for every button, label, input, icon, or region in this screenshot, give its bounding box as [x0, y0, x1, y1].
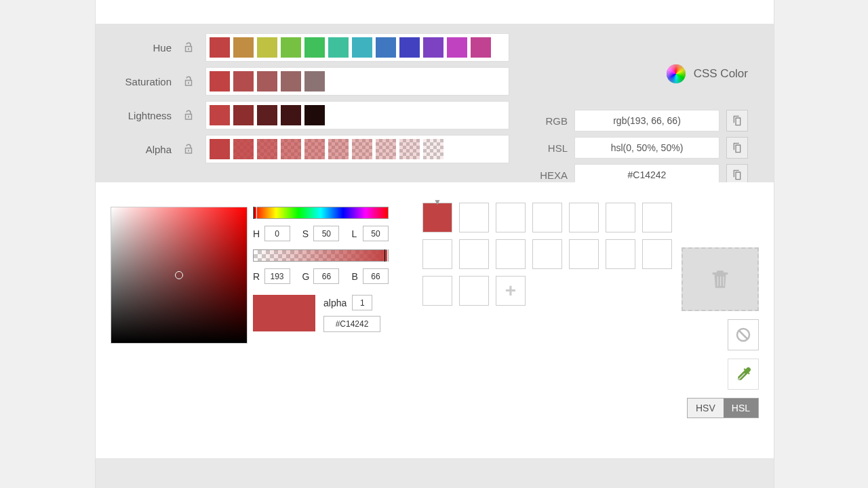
svg-rect-1: [188, 82, 189, 84]
alpha-input[interactable]: [352, 295, 372, 310]
s-input[interactable]: [313, 226, 339, 241]
color-swatch[interactable]: [233, 105, 254, 125]
copy-rgb-button[interactable]: [726, 110, 748, 131]
color-swatch[interactable]: [210, 139, 230, 159]
mode-hsv-button[interactable]: HSV: [688, 399, 724, 418]
r-input[interactable]: [264, 268, 290, 284]
color-swatch[interactable]: [423, 139, 443, 159]
saturation-label: Saturation: [96, 76, 172, 87]
palette-cell[interactable]: [532, 203, 562, 232]
s-label: S: [302, 228, 310, 239]
r-label: R: [253, 271, 260, 282]
svg-line-5: [739, 331, 748, 340]
color-swatch[interactable]: [399, 37, 420, 58]
copy-icon: [732, 115, 743, 126]
palette-cell[interactable]: [496, 203, 526, 232]
color-swatch[interactable]: [304, 139, 325, 159]
saturation-lightness-pane[interactable]: [111, 207, 248, 344]
copy-icon: [732, 142, 743, 153]
color-swatch[interactable]: [376, 37, 396, 58]
rgb-value[interactable]: rgb(193, 66, 66): [574, 110, 719, 131]
color-swatch[interactable]: [233, 139, 254, 159]
color-swatch[interactable]: [257, 139, 277, 159]
palette-cell[interactable]: [459, 276, 489, 306]
palette-cell[interactable]: [569, 239, 599, 269]
hue-slider[interactable]: [253, 207, 389, 219]
h-label: H: [253, 228, 260, 239]
palette-cell[interactable]: [642, 239, 672, 269]
lightness-lock[interactable]: [172, 108, 205, 123]
color-swatch[interactable]: [281, 105, 301, 125]
palette-cell[interactable]: [642, 203, 672, 232]
hexa-label: HEXA: [530, 169, 568, 181]
palette-cell[interactable]: [496, 239, 526, 269]
color-swatch[interactable]: [281, 139, 301, 159]
g-input[interactable]: [313, 268, 339, 284]
svg-rect-2: [188, 116, 189, 118]
hue-swatches: [205, 33, 509, 62]
color-swatch[interactable]: [257, 71, 277, 92]
alpha-lock[interactable]: [172, 142, 205, 157]
color-swatch[interactable]: [352, 37, 372, 58]
hsl-label: HSL: [530, 142, 568, 154]
color-swatch[interactable]: [471, 37, 491, 58]
alpha-slider[interactable]: [253, 249, 389, 262]
palette-cell[interactable]: [459, 239, 489, 269]
color-swatch[interactable]: [423, 37, 443, 58]
color-swatch[interactable]: [399, 139, 420, 159]
h-input[interactable]: [264, 226, 290, 241]
copy-hsl-button[interactable]: [726, 137, 748, 159]
alpha-swatches: [205, 135, 509, 163]
palette-cell[interactable]: [422, 239, 452, 269]
color-swatch[interactable]: [210, 105, 230, 125]
lightness-label: Lightness: [96, 110, 172, 121]
eyedropper-button[interactable]: [728, 359, 759, 390]
copy-icon: [732, 169, 743, 180]
palette-cell[interactable]: [459, 203, 489, 232]
color-swatch[interactable]: [328, 139, 349, 159]
color-swatch[interactable]: [233, 71, 254, 92]
color-swatch[interactable]: [304, 37, 325, 58]
palette-cell[interactable]: [606, 239, 635, 269]
color-swatch[interactable]: [304, 105, 325, 125]
color-swatch[interactable]: [281, 37, 301, 58]
ban-icon: [735, 327, 751, 343]
color-swatch[interactable]: [210, 37, 230, 58]
palette-cell[interactable]: [422, 203, 452, 232]
css-color-header: CSS Color: [667, 64, 748, 83]
color-swatch[interactable]: [376, 139, 396, 159]
unlock-icon: [182, 142, 195, 157]
hue-lock[interactable]: [172, 40, 205, 55]
hsl-value[interactable]: hsl(0, 50%, 50%): [574, 137, 719, 159]
hex-input[interactable]: [323, 316, 380, 332]
l-input[interactable]: [363, 226, 389, 241]
unlock-icon: [182, 74, 195, 89]
palette-pointer-icon: ▼: [433, 197, 441, 207]
unlock-icon: [182, 40, 195, 55]
saturation-lock[interactable]: [172, 74, 205, 89]
palette-cell[interactable]: [569, 203, 599, 232]
palette-add-button[interactable]: +: [496, 276, 526, 306]
color-swatch[interactable]: [352, 139, 372, 159]
color-swatch[interactable]: [257, 37, 277, 58]
palette-cell[interactable]: [606, 203, 635, 232]
color-swatch[interactable]: [304, 71, 325, 92]
color-swatch[interactable]: [210, 71, 230, 92]
b-input[interactable]: [363, 268, 389, 284]
footer: [96, 458, 774, 488]
clear-button[interactable]: [728, 319, 759, 350]
palette-cell[interactable]: [422, 276, 452, 306]
color-swatch[interactable]: [447, 37, 467, 58]
color-swatch[interactable]: [281, 71, 301, 92]
mode-hsl-button[interactable]: HSL: [724, 399, 758, 418]
b-label: B: [351, 271, 359, 282]
color-swatch[interactable]: [233, 37, 254, 58]
saturation-swatches: [205, 67, 509, 96]
color-swatch[interactable]: [328, 37, 349, 58]
eyedropper-icon: [734, 365, 752, 383]
color-swatch[interactable]: [257, 105, 277, 125]
trash-dropzone[interactable]: [682, 247, 759, 311]
palette-cell[interactable]: [532, 239, 562, 269]
hue-row: Hue: [96, 30, 774, 64]
svg-rect-3: [188, 150, 189, 152]
